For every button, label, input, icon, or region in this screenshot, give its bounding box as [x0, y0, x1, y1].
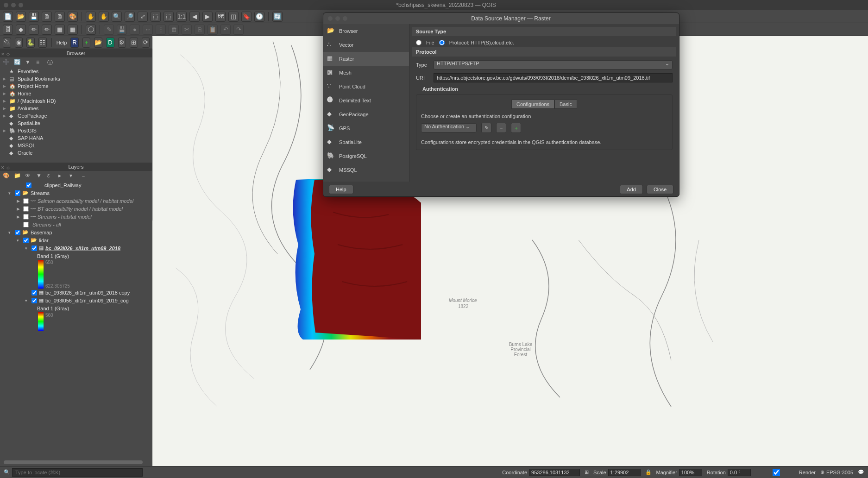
zoom-layer-button[interactable]: ⬚	[164, 12, 174, 22]
browser-item[interactable]: ▶▤Spatial Bookmarks	[0, 75, 152, 82]
dialog-nav-vector[interactable]: ∴Vector	[323, 38, 409, 52]
add-auth-button[interactable]: ＋	[511, 123, 521, 133]
zoom-in-button[interactable]: 🔍	[112, 12, 122, 22]
style-manager-button[interactable]: 🎨	[68, 12, 78, 22]
coordinate-input[interactable]	[529, 469, 580, 476]
browser-item[interactable]: ▶📁/ (Macintosh HD)	[0, 97, 152, 105]
basemap-checkbox[interactable]	[15, 230, 20, 235]
reload-button[interactable]: ⟳	[142, 38, 150, 48]
zoom-native-button[interactable]: 1:1	[176, 12, 187, 22]
toggle-editing-button[interactable]: ✎	[104, 25, 114, 35]
dialog-nav-oracle[interactable]: ◆Oracle	[323, 177, 409, 182]
dialog-titlebar[interactable]: Data Source Manager — Raster	[323, 13, 679, 24]
folder-button[interactable]: 📂	[94, 38, 102, 48]
browser-tree[interactable]: ★Favorites▶▤Spatial Bookmarks▶🏠Project H…	[0, 68, 152, 163]
canvas-scrollbar[interactable]	[152, 36, 153, 221]
file-radio[interactable]	[416, 40, 421, 45]
clipped-railway-checkbox[interactable]	[26, 182, 31, 188]
browser-item[interactable]: ◆Oracle	[0, 149, 152, 157]
add-feature-button[interactable]: ●	[130, 25, 140, 35]
browser-item[interactable]: ◆MSSQL	[0, 142, 152, 149]
plugin-btn-1[interactable]: 🔌	[3, 38, 11, 48]
temporal-button[interactable]: 🕐	[254, 12, 264, 22]
lock-scale-icon[interactable]: 🔒	[645, 469, 652, 475]
close-button[interactable]: Close	[647, 185, 673, 194]
crs-button[interactable]: ⊕EPSG:3005	[820, 469, 853, 475]
magnifier-input[interactable]	[679, 469, 702, 476]
layer3-checkbox[interactable]	[31, 298, 37, 303]
protocol-type-select[interactable]: HTTP/HTTPS/FTP⌄	[434, 60, 673, 69]
undo-button[interactable]: ↶	[220, 25, 231, 35]
streams-hab-checkbox[interactable]	[23, 214, 29, 220]
add-group-icon[interactable]: 📁	[14, 172, 21, 180]
move-feature-button[interactable]: ↔	[143, 25, 153, 35]
remove-layer-icon[interactable]: －	[81, 172, 88, 180]
delete-button[interactable]: 🗑	[169, 25, 179, 35]
browser-item[interactable]: ★Favorites	[0, 68, 152, 75]
messages-icon[interactable]: 💬	[858, 469, 864, 475]
browser-item[interactable]: ▶📁/Volumes	[0, 105, 152, 112]
auth-select[interactable]: No Authentication ⌄	[421, 123, 477, 132]
undock-panel-icon[interactable]: ◇	[6, 50, 10, 58]
new-map-view-button[interactable]: 🗺	[215, 12, 226, 22]
manage-visibility-icon[interactable]: 👁	[25, 172, 32, 180]
paste-button[interactable]: 📋	[208, 25, 218, 35]
add-layer-icon[interactable]: ➕	[3, 59, 10, 66]
collapse-icon[interactable]: ≡	[36, 59, 44, 66]
dialog-nav-mesh[interactable]: ▩Mesh	[323, 66, 409, 80]
add-box-button[interactable]: ⊞	[130, 38, 138, 48]
layers-tree[interactable]: —clipped_Railway ▾📂Streams ▶〰Salmon acce…	[0, 181, 152, 466]
scale-input[interactable]	[608, 469, 641, 476]
new-shapefile-button[interactable]: ✏	[29, 25, 39, 35]
expression-icon[interactable]: ε	[47, 172, 55, 180]
help-dropdown[interactable]: Help	[57, 40, 67, 45]
identify-button[interactable]: ⓘ	[86, 25, 96, 35]
pan-selection-button[interactable]: ✋	[99, 12, 109, 22]
plugin-btn-4[interactable]: ☷	[38, 38, 46, 48]
window-controls[interactable]	[4, 3, 23, 7]
zoom-out-button[interactable]: 🔎	[125, 12, 135, 22]
locator-input[interactable]	[12, 468, 143, 477]
new-geopackage-button[interactable]: ◆	[16, 25, 26, 35]
close-layers-icon[interactable]: ✕	[1, 164, 5, 172]
cut-button[interactable]: ✂	[182, 25, 192, 35]
help-button[interactable]: Help	[329, 185, 353, 194]
vertex-tool-button[interactable]: ⋮	[156, 25, 166, 35]
rotation-input[interactable]	[728, 469, 751, 476]
plugin-btn-3[interactable]: 🐍	[26, 38, 35, 48]
pan-button[interactable]: ✋	[86, 12, 96, 22]
extents-icon[interactable]: ⊞	[585, 469, 589, 475]
add-plus-button[interactable]: ＋	[82, 38, 90, 48]
browser-item[interactable]: ◆SpatiaLite	[0, 120, 152, 127]
expand-all-icon[interactable]: ▸	[58, 172, 66, 180]
zoom-next-button[interactable]: ▶	[202, 12, 213, 22]
streams-checkbox[interactable]	[15, 190, 20, 196]
new-project-button[interactable]: 📄	[3, 12, 13, 22]
save-project-button[interactable]: 💾	[29, 12, 39, 22]
browser-item[interactable]: ◆SAP HANA	[0, 134, 152, 142]
render-checkbox[interactable]	[755, 469, 797, 476]
refresh-browser-icon[interactable]: 🔄	[14, 59, 21, 66]
filter-legend-icon[interactable]: ▼	[36, 172, 44, 180]
dialog-nav-delimited-text[interactable]: 🅣Delimited Text	[323, 94, 409, 107]
refresh-button[interactable]: 🔄	[272, 12, 283, 22]
gear-button[interactable]: ⚙	[118, 38, 126, 48]
new-virtual-button[interactable]: ▦	[55, 25, 65, 35]
new-3d-view-button[interactable]: ◫	[228, 12, 239, 22]
plugin-btn-2[interactable]: ◉	[15, 38, 23, 48]
open-datasource-button[interactable]: 🗄	[3, 25, 13, 35]
dialog-nav-spatialite[interactable]: ◆SpatiaLite	[323, 135, 409, 149]
undock-layers-icon[interactable]: ◇	[6, 164, 10, 172]
new-memory-button[interactable]: ▦	[68, 25, 78, 35]
new-spatialite-button[interactable]: ✏	[42, 25, 52, 35]
locator-icon[interactable]: 🔍	[4, 469, 10, 475]
style-dock-icon[interactable]: 🎨	[3, 172, 10, 180]
bookmark-button[interactable]: 🔖	[241, 12, 252, 22]
collapse-all-icon[interactable]: ▾	[69, 172, 77, 180]
dialog-nav-browser[interactable]: 📂Browser	[323, 24, 409, 38]
copy-button[interactable]: ⎘	[195, 25, 205, 35]
close-panel-icon[interactable]: ✕	[1, 50, 5, 58]
dialog-nav-mssql[interactable]: ◆MSSQL	[323, 163, 409, 177]
lidar-checkbox[interactable]	[23, 238, 29, 243]
layout-manager-button[interactable]: 🗎	[55, 12, 65, 22]
